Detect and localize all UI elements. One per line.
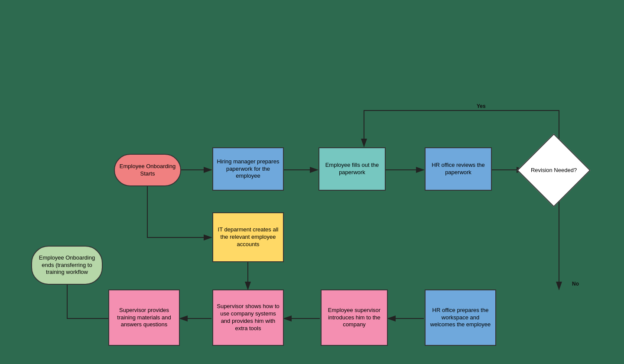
- no-label: No: [572, 281, 579, 287]
- hiring-manager-node: Hiring manager prepares paperwork for th…: [212, 147, 284, 191]
- yes-label: Yes: [477, 103, 486, 109]
- supervisor-training-node: Supervisor provides training materials a…: [108, 289, 180, 346]
- it-dept-node: IT deparment creates all the relevant em…: [212, 212, 284, 262]
- supervisor-shows-node: Supervisor shows how to use company syst…: [212, 289, 284, 346]
- end-node: Employee Onboarding ends (transferring t…: [31, 246, 103, 285]
- employee-supervisor-node: Employee supervisor introduces him to th…: [321, 289, 388, 346]
- flowchart-canvas: Yes No Employee Onboarding Starts Hiring…: [0, 0, 624, 364]
- start-node: Employee Onboarding Starts: [114, 154, 181, 186]
- revision-diamond: Revision Needed?: [523, 142, 584, 198]
- hr-reviews-node: HR office reviews the paperwork: [425, 147, 492, 191]
- hr-workspace-node: HR office prepares the workspace and wel…: [425, 289, 496, 346]
- employee-fills-node: Employee fills out the paperwork: [318, 147, 386, 191]
